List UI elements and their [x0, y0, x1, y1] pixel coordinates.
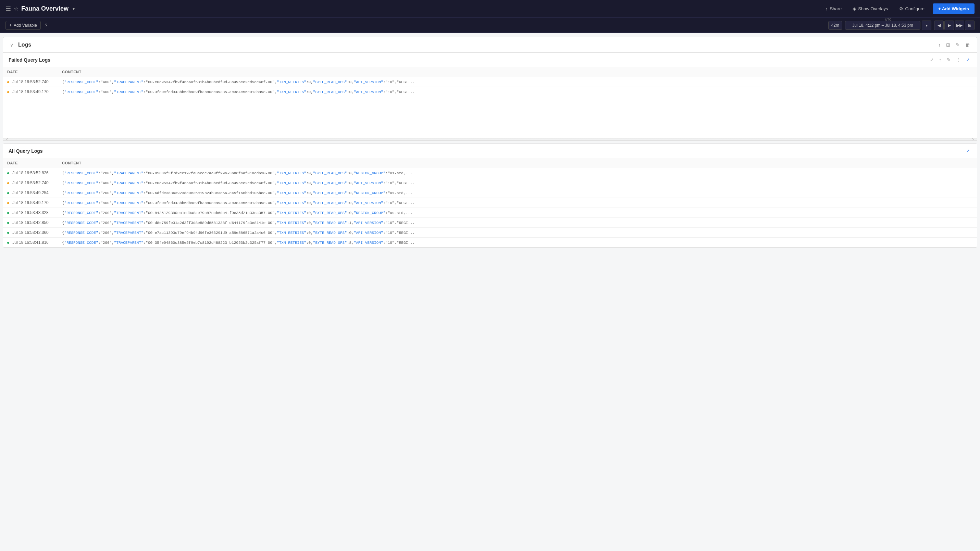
log-content: {"RESPONSE_CODE":"400","TRACEPARENT":"00… [58, 178, 977, 188]
all-logs-content-header: CONTENT [58, 158, 977, 168]
configure-button[interactable]: ⚙ Configure [896, 4, 927, 13]
table-row[interactable]: Jul 18 16:53:41.816 {"RESPONSE_CODE":"20… [3, 238, 977, 248]
failed-logs-table-header: DATE CONTENT [3, 67, 977, 77]
share-label: Share [830, 6, 842, 11]
log-content-text: {"RESPONSE_CODE":"400","TRACEPARENT":"00… [62, 80, 415, 84]
status-indicator [7, 192, 9, 194]
next-time-button[interactable]: ▶▶ [955, 21, 964, 30]
log-content: {"RESPONSE_CODE":"400","TRACEPARENT":"00… [58, 198, 977, 208]
interval-badge[interactable]: 42m [828, 21, 842, 30]
failed-logs-external-link-button[interactable]: ↗ [964, 56, 971, 64]
nav-left: ☰ ☆ Fauna Overview ▾ [5, 5, 75, 13]
log-content-text: {"RESPONSE_CODE":"400","TRACEPARENT":"00… [62, 181, 415, 185]
table-row[interactable]: Jul 18 16:53:52.826 {"RESPONSE_CODE":"20… [3, 168, 977, 178]
all-logs-external-link-button[interactable]: ↗ [964, 147, 971, 154]
status-indicator [7, 212, 9, 214]
top-spacer [0, 33, 980, 37]
log-date: Jul 18 16:53:52.826 [3, 168, 58, 178]
table-row[interactable]: Jul 18 16:53:43.328 {"RESPONSE_CODE":"20… [3, 208, 977, 218]
failed-logs-more-button[interactable]: ⋮ [954, 56, 962, 64]
failed-logs-content-header: CONTENT [58, 67, 977, 77]
log-date: Jul 18 16:53:41.816 [3, 238, 58, 248]
all-logs-panel: All Query Logs ↗ DATE CONTENT Jul 18 16:… [3, 143, 977, 248]
status-indicator [7, 81, 9, 83]
failed-logs-date-header: DATE [3, 67, 58, 77]
failed-logs-panel: Failed Query Logs ⤢ ↑ ✎ ⋮ ↗ DATE CONTENT… [3, 53, 977, 141]
all-logs-date-header: DATE [3, 158, 58, 168]
failed-logs-table: DATE CONTENT Jul 18 16:53:52.740 {"RESPO… [3, 67, 977, 97]
log-content-text: {"RESPONSE_CODE":"200","TRACEPARENT":"00… [62, 241, 415, 245]
help-icon[interactable]: ? [45, 22, 48, 28]
all-logs-table-header: DATE CONTENT [3, 158, 977, 168]
log-content: {"RESPONSE_CODE":"200","TRACEPARENT":"00… [58, 208, 977, 218]
zoom-button[interactable]: ⊞ [965, 21, 975, 30]
log-date: Jul 18 16:53:42.360 [3, 228, 58, 238]
section-export-button[interactable]: ↑ [937, 41, 942, 49]
top-nav: ☰ ☆ Fauna Overview ▾ ↑ Share ◈ Show Over… [0, 0, 980, 18]
log-date: Jul 18 16:53:49.254 [3, 188, 58, 198]
all-logs-table-container: DATE CONTENT Jul 18 16:53:52.826 {"RESPO… [3, 158, 977, 247]
status-indicator [7, 91, 9, 93]
log-date: Jul 18 16:53:42.850 [3, 218, 58, 228]
log-date: Jul 18 16:53:49.170 [3, 87, 58, 97]
log-date: Jul 18 16:53:49.170 [3, 198, 58, 208]
failed-logs-edit-button[interactable]: ✎ [945, 56, 952, 64]
toolbar-left: + Add Variable ? [5, 21, 48, 30]
status-indicator [7, 172, 9, 174]
hamburger-icon[interactable]: ☰ [5, 5, 11, 13]
log-content-text: {"RESPONSE_CODE":"200","TRACEPARENT":"00… [62, 231, 415, 235]
play-button[interactable]: ▶ [944, 21, 954, 30]
section-header-left: ∨ Logs [9, 41, 31, 49]
status-indicator [7, 232, 9, 234]
resize-left-icon: ◁ [6, 137, 8, 141]
log-content: {"RESPONSE_CODE":"200","TRACEPARENT":"00… [58, 168, 977, 178]
log-content-text: {"RESPONSE_CODE":"200","TRACEPARENT":"00… [62, 191, 412, 195]
show-overlays-button[interactable]: ◈ Show Overlays [850, 4, 891, 13]
resize-right-icon: ▷ [972, 137, 974, 141]
nav-right: ↑ Share ◈ Show Overlays ⚙ Configure + Ad… [823, 3, 975, 14]
log-content: {"RESPONSE_CODE":"200","TRACEPARENT":"00… [58, 238, 977, 248]
add-variable-button[interactable]: + Add Variable [5, 21, 41, 30]
table-row[interactable]: Jul 18 16:53:52.740 {"RESPONSE_CODE":"40… [3, 178, 977, 188]
log-content: {"RESPONSE_CODE":"200","TRACEPARENT":"00… [58, 228, 977, 238]
table-row[interactable]: Jul 18 16:53:42.360 {"RESPONSE_CODE":"20… [3, 228, 977, 238]
time-picker-icon-button[interactable]: ⬧ [922, 21, 931, 30]
toolbar-right: 42m UTC Jul 18, 4:12 pm – Jul 18, 4:53 p… [828, 21, 975, 30]
favorite-icon[interactable]: ☆ [14, 5, 19, 12]
failed-logs-header: Failed Query Logs ⤢ ↑ ✎ ⋮ ↗ [3, 53, 977, 67]
table-row[interactable]: Jul 18 16:53:49.170 {"RESPONSE_CODE":"40… [3, 87, 977, 97]
table-row[interactable]: Jul 18 16:53:42.850 {"RESPONSE_CODE":"20… [3, 218, 977, 228]
collapse-section-button[interactable]: ∨ [9, 41, 15, 49]
time-controls: ◀ ▶ ▶▶ ⊞ [934, 21, 975, 30]
failed-logs-resize-handle[interactable]: ◁ ▷ [3, 138, 977, 140]
plus-icon: + [9, 23, 12, 28]
configure-label: Configure [905, 6, 924, 11]
prev-time-button[interactable]: ◀ [934, 21, 944, 30]
add-widgets-button[interactable]: + Add Widgets [933, 3, 975, 14]
table-row[interactable]: Jul 18 16:53:52.740 {"RESPONSE_CODE":"40… [3, 77, 977, 87]
failed-logs-actions: ⤢ ↑ ✎ ⋮ ↗ [928, 56, 972, 64]
all-logs-title: All Query Logs [9, 148, 43, 154]
failed-logs-empty-space [3, 97, 977, 138]
utc-label: UTC [885, 18, 892, 21]
dashboard-chevron-icon[interactable]: ▾ [73, 6, 75, 11]
dashboard-title: Fauna Overview [21, 5, 68, 12]
section-grid-button[interactable]: ⊞ [945, 41, 951, 49]
section-delete-button[interactable]: 🗑 [964, 41, 971, 49]
failed-logs-export-button[interactable]: ↑ [937, 56, 943, 64]
failed-logs-fullscreen-button[interactable]: ⤢ [928, 56, 935, 64]
add-widget-label: + Add Widgets [938, 6, 969, 11]
table-row[interactable]: Jul 18 16:53:49.170 {"RESPONSE_CODE":"40… [3, 198, 977, 208]
time-range-container: UTC Jul 18, 4:12 pm – Jul 18, 4:53 pm ⬧ [845, 21, 931, 30]
share-button[interactable]: ↑ Share [823, 4, 844, 13]
layers-icon: ◈ [853, 6, 856, 11]
log-content: {"RESPONSE_CODE":"400","TRACEPARENT":"00… [58, 87, 977, 97]
log-content-text: {"RESPONSE_CODE":"200","TRACEPARENT":"00… [62, 221, 415, 225]
section-edit-button[interactable]: ✎ [954, 41, 961, 49]
log-content: {"RESPONSE_CODE":"200","TRACEPARENT":"00… [58, 188, 977, 198]
time-range-picker[interactable]: Jul 18, 4:12 pm – Jul 18, 4:53 pm [845, 21, 920, 30]
table-row[interactable]: Jul 18 16:53:49.254 {"RESPONSE_CODE":"20… [3, 188, 977, 198]
status-indicator [7, 242, 9, 244]
status-indicator [7, 182, 9, 184]
log-content-text: {"RESPONSE_CODE":"200","TRACEPARENT":"00… [62, 211, 412, 215]
